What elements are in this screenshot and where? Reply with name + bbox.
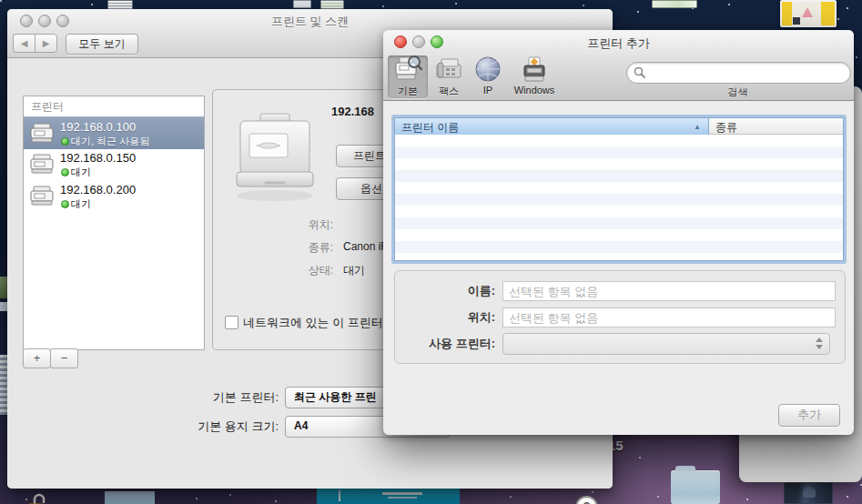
printer-status: 대기 (71, 166, 91, 179)
globe-icon (473, 55, 502, 85)
status-dot-green (61, 137, 69, 146)
search-field[interactable] (626, 62, 851, 84)
list-edit-buttons: + − (23, 348, 205, 368)
desktop-photo-thumbnail[interactable] (784, 482, 833, 504)
search-input[interactable] (649, 64, 844, 82)
add-printer-button[interactable]: + (23, 348, 51, 368)
name-row: 이름: (395, 281, 845, 301)
dialog-titlebar[interactable]: 프린터 추가 기본 팩스 (383, 30, 854, 101)
toolbar-default-tab[interactable]: 기본 (388, 55, 428, 98)
photo-figure-shape (803, 487, 816, 498)
search-label: 검색 (626, 86, 849, 99)
dialog-title: 프린터 추가 (383, 35, 854, 52)
desktop-photo-icon[interactable] (780, 0, 837, 27)
toolbar-fax-tab[interactable]: 팩스 (430, 55, 468, 98)
use-printer-popup[interactable] (502, 333, 830, 355)
desktop-icon-fragment[interactable] (293, 0, 311, 8)
desktop-icon-fragment[interactable] (320, 0, 344, 9)
printer-name: 192.168.0.100 (60, 120, 136, 134)
back-button[interactable]: ◀ (13, 34, 35, 53)
printer-icon (30, 123, 54, 143)
stepper-arrows-icon (816, 338, 823, 350)
status-dot-green (61, 200, 69, 208)
table-header-row: 프린터 이름 ▲ 종류 (395, 118, 843, 135)
large-printer-image (229, 112, 320, 212)
location-label: 위치: (217, 217, 333, 233)
column-header-kind[interactable]: 종류 (709, 118, 843, 135)
printer-status: 대기, 최근 사용됨 (71, 135, 149, 148)
show-all-button[interactable]: 모두 보기 (66, 34, 138, 55)
printer-list-header: 프린터 (31, 99, 64, 115)
forward-button[interactable]: ▶ (35, 34, 57, 53)
share-printer-checkbox-label: 네트워크에 있는 이 프린터 (243, 315, 383, 331)
fragment-shape (388, 497, 417, 499)
sort-ascending-icon: ▲ (694, 123, 701, 131)
paper-size-label: 기본 용지 크기: (96, 418, 279, 435)
printer-row[interactable]: 192.168.0.200 대기 (24, 180, 204, 212)
photo-thumbnail-shape (802, 7, 813, 17)
printer-name: 192.168.0.200 (60, 183, 136, 197)
status-dot-green (61, 168, 69, 176)
table-body-empty[interactable] (395, 135, 843, 260)
name-field[interactable] (502, 281, 836, 301)
column-header-printer-name[interactable]: 프린터 이름 ▲ (395, 118, 709, 135)
windows-printer-icon (519, 55, 550, 85)
printer-status: 대기 (71, 197, 91, 211)
toolbar-ip-label: IP (470, 85, 506, 96)
desktop-folder-icon[interactable] (671, 470, 720, 504)
default-printer-search-icon (392, 55, 423, 85)
selected-printer-title: 192.168 (331, 105, 374, 118)
add-button-disabled[interactable]: 추가 (778, 404, 840, 427)
discovered-printers-table[interactable]: 프린터 이름 ▲ 종류 (394, 117, 844, 261)
location-row: 위치: (395, 307, 845, 328)
printer-name: 192.168.0.150 (60, 151, 136, 165)
share-printer-checkbox[interactable] (225, 316, 238, 329)
toolbar-fax-label: 팩스 (430, 85, 468, 98)
background-window-fragment (317, 489, 460, 504)
wallpaper-stars (0, 0, 2, 2)
name-label: 이름: (395, 283, 495, 299)
printer-row-selected[interactable]: 192.168.0.100 대기, 최근 사용됨 (24, 116, 204, 149)
search-icon (634, 66, 646, 79)
unlocked-padlock-icon[interactable] (25, 492, 49, 504)
fragment-shape (339, 490, 340, 501)
default-printer-label: 기본 프린터: (96, 389, 279, 406)
fax-icon (433, 55, 464, 85)
window-title: 프린트 및 스캔 (7, 14, 613, 30)
printer-list: 프린터 192.168.0.100 대기, 최근 사용됨 (23, 96, 205, 350)
printer-row[interactable]: 192.168.0.150 대기 (24, 148, 204, 180)
nav-back-forward: ◀ ▶ (13, 34, 57, 53)
location-field[interactable] (502, 307, 836, 328)
remove-printer-button[interactable]: − (50, 348, 78, 368)
use-printer-label: 사용 프린터: (395, 336, 495, 352)
photo-thumbnail-shape (793, 17, 800, 25)
status-value: 대기 (343, 263, 365, 278)
fragment-shape (382, 492, 422, 495)
desktop-icon-fragment[interactable] (652, 0, 697, 8)
toolbar-ip-tab[interactable]: IP (470, 55, 506, 98)
toolbar-windows-label: Windows (507, 85, 562, 96)
printer-info-groupbox: 이름: 위치: 사용 프린터: (394, 270, 846, 364)
printer-icon (30, 154, 54, 174)
status-label: 상태: (217, 263, 333, 278)
add-printer-dialog: 프린터 추가 기본 팩스 (383, 30, 854, 435)
kind-label: 종류: (217, 240, 333, 256)
toolbar-default-label: 기본 (388, 85, 428, 98)
toolbar-windows-tab[interactable]: Windows (507, 55, 562, 98)
use-printer-row: 사용 프린터: (395, 334, 845, 354)
printer-icon (30, 186, 54, 206)
location-label: 위치: (395, 309, 495, 326)
